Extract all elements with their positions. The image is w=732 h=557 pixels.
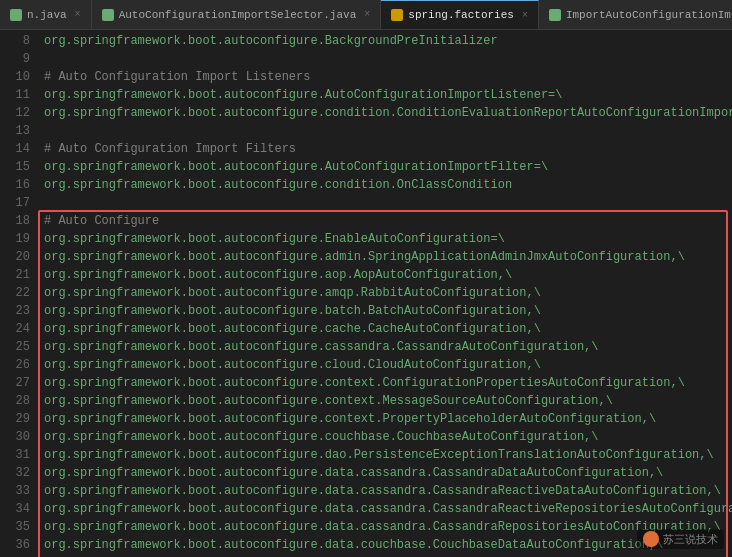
tab-label-tab4: ImportAutoConfigurationImportSelector.ja… — [566, 9, 732, 21]
tab-label-tab1: n.java — [27, 9, 67, 21]
code-line-12: org.springframework.boot.autoconfigure.c… — [44, 104, 732, 122]
code-line-20: org.springframework.boot.autoconfigure.a… — [44, 248, 732, 266]
code-line-32: org.springframework.boot.autoconfigure.d… — [44, 464, 732, 482]
line-number-14: 14 — [0, 140, 30, 158]
tab-tab4[interactable]: ImportAutoConfigurationImportSelector.ja… — [539, 0, 732, 30]
tab-close-tab1[interactable]: × — [75, 9, 81, 20]
line-number-18: 18 — [0, 212, 30, 230]
line-number-21: 21 — [0, 266, 30, 284]
line-number-35: 35 — [0, 518, 30, 536]
line-number-17: 17 — [0, 194, 30, 212]
tab-tab3[interactable]: spring.factories× — [381, 0, 539, 30]
line-number-36: 36 — [0, 536, 30, 554]
tab-label-tab2: AutoConfigurationImportSelector.java — [119, 9, 357, 21]
code-line-14: # Auto Configuration Import Filters — [44, 140, 732, 158]
line-number-34: 34 — [0, 500, 30, 518]
code-line-34: org.springframework.boot.autoconfigure.d… — [44, 500, 732, 518]
code-line-28: org.springframework.boot.autoconfigure.c… — [44, 392, 732, 410]
code-line-8: org.springframework.boot.autoconfigure.B… — [44, 32, 732, 50]
line-number-9: 9 — [0, 50, 30, 68]
code-line-36: org.springframework.boot.autoconfigure.d… — [44, 536, 732, 554]
tab-icon-tab1 — [10, 9, 22, 21]
code-line-13 — [44, 122, 732, 140]
line-number-25: 25 — [0, 338, 30, 356]
line-number-32: 32 — [0, 464, 30, 482]
code-line-31: org.springframework.boot.autoconfigure.d… — [44, 446, 732, 464]
code-line-17 — [44, 194, 732, 212]
tab-icon-tab4 — [549, 9, 561, 21]
code-line-33: org.springframework.boot.autoconfigure.d… — [44, 482, 732, 500]
line-number-26: 26 — [0, 356, 30, 374]
line-number-29: 29 — [0, 410, 30, 428]
line-number-22: 22 — [0, 284, 30, 302]
code-line-22: org.springframework.boot.autoconfigure.a… — [44, 284, 732, 302]
watermark-text: 苏三说技术 — [663, 532, 718, 547]
tab-close-tab3[interactable]: × — [522, 10, 528, 21]
code-line-18: # Auto Configure — [44, 212, 732, 230]
watermark-icon — [643, 531, 659, 547]
line-number-19: 19 — [0, 230, 30, 248]
tab-bar: n.java×AutoConfigurationImportSelector.j… — [0, 0, 732, 30]
line-number-31: 31 — [0, 446, 30, 464]
line-number-23: 23 — [0, 302, 30, 320]
code-line-27: org.springframework.boot.autoconfigure.c… — [44, 374, 732, 392]
code-line-11: org.springframework.boot.autoconfigure.A… — [44, 86, 732, 104]
code-area: org.springframework.boot.autoconfigure.B… — [38, 30, 732, 557]
code-line-26: org.springframework.boot.autoconfigure.c… — [44, 356, 732, 374]
code-line-16: org.springframework.boot.autoconfigure.c… — [44, 176, 732, 194]
code-line-23: org.springframework.boot.autoconfigure.b… — [44, 302, 732, 320]
tab-close-tab2[interactable]: × — [364, 9, 370, 20]
code-line-21: org.springframework.boot.autoconfigure.a… — [44, 266, 732, 284]
line-number-16: 16 — [0, 176, 30, 194]
line-number-30: 30 — [0, 428, 30, 446]
code-line-19: org.springframework.boot.autoconfigure.E… — [44, 230, 732, 248]
code-line-25: org.springframework.boot.autoconfigure.c… — [44, 338, 732, 356]
line-numbers: 8910111213141516171819202122232425262728… — [0, 30, 38, 557]
tab-icon-tab2 — [102, 9, 114, 21]
line-number-8: 8 — [0, 32, 30, 50]
code-container: 8910111213141516171819202122232425262728… — [0, 30, 732, 557]
line-number-15: 15 — [0, 158, 30, 176]
tab-tab1[interactable]: n.java× — [0, 0, 92, 30]
code-content: org.springframework.boot.autoconfigure.B… — [38, 30, 732, 557]
tab-icon-tab3 — [391, 9, 403, 21]
code-line-29: org.springframework.boot.autoconfigure.c… — [44, 410, 732, 428]
code-line-15: org.springframework.boot.autoconfigure.A… — [44, 158, 732, 176]
line-number-27: 27 — [0, 374, 30, 392]
line-number-12: 12 — [0, 104, 30, 122]
line-number-33: 33 — [0, 482, 30, 500]
line-number-24: 24 — [0, 320, 30, 338]
line-number-13: 13 — [0, 122, 30, 140]
watermark: 苏三说技术 — [637, 529, 724, 549]
line-number-28: 28 — [0, 392, 30, 410]
line-number-11: 11 — [0, 86, 30, 104]
tab-label-tab3: spring.factories — [408, 9, 514, 21]
line-number-20: 20 — [0, 248, 30, 266]
code-line-24: org.springframework.boot.autoconfigure.c… — [44, 320, 732, 338]
tab-tab2[interactable]: AutoConfigurationImportSelector.java× — [92, 0, 382, 30]
code-line-10: # Auto Configuration Import Listeners — [44, 68, 732, 86]
code-line-30: org.springframework.boot.autoconfigure.c… — [44, 428, 732, 446]
line-number-10: 10 — [0, 68, 30, 86]
code-line-35: org.springframework.boot.autoconfigure.d… — [44, 518, 732, 536]
code-line-9 — [44, 50, 732, 68]
